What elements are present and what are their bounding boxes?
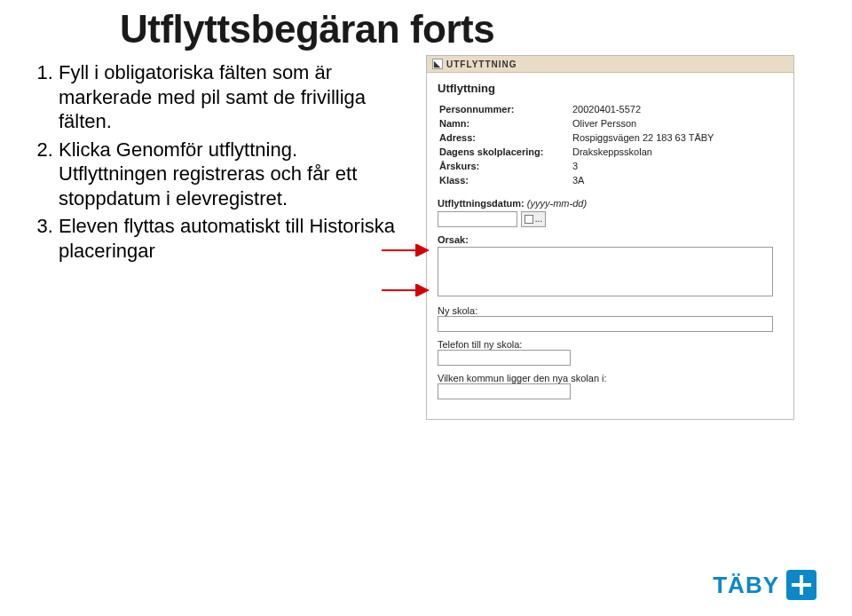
instruction-list: Fyll i obligatoriska fälten som är marke… [34, 60, 398, 266]
ny-skola-label: Ny skola: [438, 305, 477, 316]
table-row: Namn: Oliver Persson [438, 116, 783, 130]
personnummer-value: 20020401-5572 [571, 102, 783, 116]
student-info-table: Personnummer: 20020401-5572 Namn: Oliver… [438, 102, 783, 187]
table-row: Klass: 3A [438, 173, 783, 187]
orsak-textarea[interactable] [438, 247, 773, 296]
table-row: Personnummer: 20020401-5572 [438, 102, 783, 116]
ny-skola-field: Ny skola: [438, 305, 783, 332]
klass-label: Klass: [438, 173, 571, 187]
date-picker-button[interactable]: ... [521, 211, 546, 227]
utflyttningsdatum-field: Utflyttningsdatum: (yyyy-mm-dd) ... [438, 198, 783, 227]
window-header: ◣ UTFLYTTNING [427, 56, 793, 73]
table-row: Adress: Rospiggsvägen 22 183 63 TÄBY [438, 130, 783, 145]
instruction-item: Fyll i obligatoriska fälten som är marke… [59, 60, 398, 134]
page-title: Utflyttsbegäran forts [120, 7, 852, 51]
table-row: Dagens skolplacering: Drakskeppsskolan [438, 145, 783, 159]
skolplacering-label: Dagens skolplacering: [438, 145, 571, 159]
ny-skola-input[interactable] [438, 316, 773, 332]
utflyttningsdatum-label: Utflyttningsdatum: [438, 198, 525, 209]
personnummer-label: Personnummer: [438, 102, 571, 116]
window-title: UTFLYTTNING [446, 59, 517, 69]
klass-value: 3A [571, 173, 783, 187]
telefon-field: Telefon till ny skola: [438, 339, 783, 366]
taby-logo: TÄBY [713, 570, 816, 600]
skolplacering-value: Drakskeppsskolan [571, 145, 783, 159]
namn-label: Namn: [438, 116, 571, 130]
instruction-item: Klicka Genomför utflyttning. Utflyttning… [59, 138, 398, 211]
orsak-label: Orsak: [438, 234, 469, 245]
telefon-label: Telefon till ny skola: [438, 339, 522, 350]
logo-text: TÄBY [713, 572, 779, 599]
namn-value: Oliver Persson [571, 116, 783, 130]
adress-value: Rospiggsvägen 22 183 63 TÄBY [571, 130, 783, 145]
arskurs-value: 3 [571, 159, 783, 173]
kommun-label: Vilken kommun ligger den nya skolan i: [438, 373, 607, 383]
section-title: Utflyttning [438, 82, 783, 95]
orsak-field: Orsak: [438, 234, 783, 298]
instruction-item: Eleven flyttas automatiskt till Historis… [59, 214, 398, 263]
table-row: Årskurs: 3 [438, 159, 783, 173]
utflyttningsdatum-input[interactable] [438, 211, 517, 227]
window-icon: ◣ [432, 59, 443, 69]
kommun-input[interactable] [438, 383, 571, 399]
calendar-icon [525, 215, 533, 224]
logo-badge-icon [786, 570, 816, 600]
utflyttningsdatum-hint: (yyyy-mm-dd) [527, 198, 587, 209]
adress-label: Adress: [438, 130, 571, 145]
arskurs-label: Årskurs: [438, 159, 571, 173]
kommun-field: Vilken kommun ligger den nya skolan i: [438, 373, 783, 399]
app-screenshot: ◣ UTFLYTTNING Utflyttning Personnummer: … [426, 55, 794, 420]
telefon-input[interactable] [438, 350, 571, 366]
